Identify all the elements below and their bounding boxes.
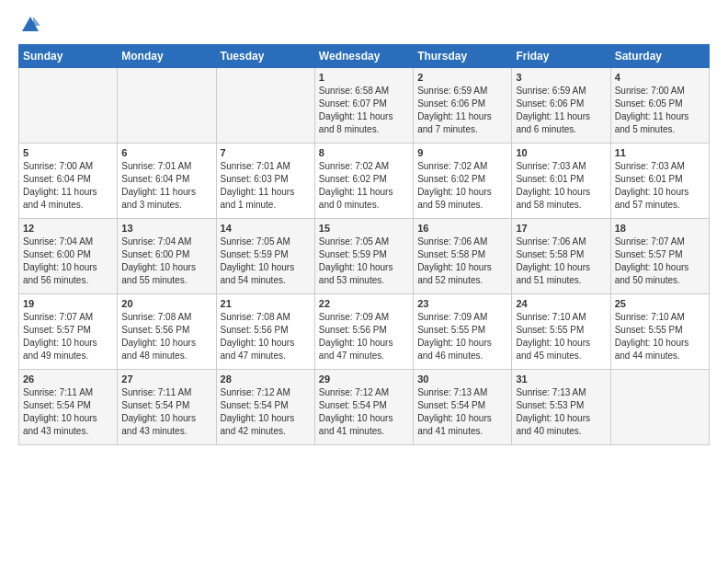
day-number: 27 [121,373,211,385]
day-info: Sunrise: 7:08 AMSunset: 5:56 PMDaylight:… [221,311,311,362]
day-number: 6 [121,147,211,158]
day-info: Sunrise: 7:06 AMSunset: 5:58 PMDaylight:… [417,236,507,287]
day-info: Sunrise: 7:06 AMSunset: 5:58 PMDaylight:… [516,236,606,287]
calendar-cell: 13Sunrise: 7:04 AMSunset: 6:00 PMDayligh… [118,219,216,294]
calendar-cell: 9Sunrise: 7:02 AMSunset: 6:02 PMDaylight… [414,144,512,219]
col-header-friday: Friday [512,45,610,68]
day-info: Sunrise: 7:02 AMSunset: 6:02 PMDaylight:… [319,160,409,212]
day-info: Sunrise: 7:03 AMSunset: 6:01 PMDaylight:… [516,160,606,212]
calendar-cell: 23Sunrise: 7:09 AMSunset: 5:55 PMDayligh… [414,294,512,370]
calendar-cell: 6Sunrise: 7:01 AMSunset: 6:04 PMDaylight… [118,144,216,219]
day-info: Sunrise: 7:01 AMSunset: 6:03 PMDaylight:… [221,160,311,212]
day-number: 20 [121,298,211,309]
calendar-table: SundayMondayTuesdayWednesdayThursdayFrid… [18,44,710,445]
col-header-saturday: Saturday [610,45,709,68]
calendar-cell [118,68,216,144]
calendar-cell: 12Sunrise: 7:04 AMSunset: 6:00 PMDayligh… [19,219,118,294]
col-header-wednesday: Wednesday [314,45,413,68]
calendar-cell [19,68,118,144]
calendar-cell: 15Sunrise: 7:05 AMSunset: 5:59 PMDayligh… [314,219,413,294]
day-number: 1 [319,72,409,83]
day-number: 9 [417,147,507,158]
day-info: Sunrise: 7:00 AMSunset: 6:04 PMDaylight:… [23,160,113,212]
calendar-cell [216,68,314,144]
day-number: 3 [516,72,606,83]
day-number: 23 [417,298,507,309]
calendar-cell: 22Sunrise: 7:09 AMSunset: 5:56 PMDayligh… [314,294,413,370]
day-info: Sunrise: 6:59 AMSunset: 6:06 PMDaylight:… [516,85,606,136]
day-info: Sunrise: 7:07 AMSunset: 5:57 PMDaylight:… [615,236,705,287]
calendar-cell: 28Sunrise: 7:12 AMSunset: 5:54 PMDayligh… [216,370,314,445]
header [18,15,710,35]
day-info: Sunrise: 6:58 AMSunset: 6:07 PMDaylight:… [319,85,409,136]
day-info: Sunrise: 7:12 AMSunset: 5:54 PMDaylight:… [319,386,409,438]
calendar-cell: 7Sunrise: 7:01 AMSunset: 6:03 PMDaylight… [216,144,314,219]
day-number: 2 [417,72,507,83]
calendar-cell: 2Sunrise: 6:59 AMSunset: 6:06 PMDaylight… [414,68,512,144]
week-row-1: 1Sunrise: 6:58 AMSunset: 6:07 PMDaylight… [19,68,710,144]
calendar-cell: 17Sunrise: 7:06 AMSunset: 5:58 PMDayligh… [512,219,610,294]
day-info: Sunrise: 7:13 AMSunset: 5:53 PMDaylight:… [516,386,606,438]
main-container: SundayMondayTuesdayWednesdayThursdayFrid… [0,0,728,454]
day-info: Sunrise: 7:03 AMSunset: 6:01 PMDaylight:… [615,160,705,212]
col-header-monday: Monday [118,45,216,68]
calendar-cell: 21Sunrise: 7:08 AMSunset: 5:56 PMDayligh… [216,294,314,370]
day-number: 15 [319,223,409,234]
day-info: Sunrise: 7:10 AMSunset: 5:55 PMDaylight:… [516,311,606,362]
day-number: 4 [615,72,705,83]
week-row-5: 26Sunrise: 7:11 AMSunset: 5:54 PMDayligh… [19,370,710,445]
day-number: 26 [23,373,113,385]
day-number: 31 [516,373,606,385]
calendar-header-row: SundayMondayTuesdayWednesdayThursdayFrid… [19,45,710,68]
calendar-cell: 8Sunrise: 7:02 AMSunset: 6:02 PMDaylight… [314,144,413,219]
day-number: 10 [516,147,606,158]
day-info: Sunrise: 7:00 AMSunset: 6:05 PMDaylight:… [615,85,705,136]
day-number: 17 [516,223,606,234]
calendar-cell: 4Sunrise: 7:00 AMSunset: 6:05 PMDaylight… [610,68,709,144]
svg-marker-1 [33,17,40,26]
day-number: 5 [23,147,113,158]
calendar-cell [610,370,709,445]
day-info: Sunrise: 7:07 AMSunset: 5:57 PMDaylight:… [23,311,113,362]
calendar-cell: 27Sunrise: 7:11 AMSunset: 5:54 PMDayligh… [118,370,216,445]
day-info: Sunrise: 7:13 AMSunset: 5:54 PMDaylight:… [417,386,507,438]
calendar-cell: 19Sunrise: 7:07 AMSunset: 5:57 PMDayligh… [19,294,118,370]
calendar-cell: 14Sunrise: 7:05 AMSunset: 5:59 PMDayligh… [216,219,314,294]
calendar-cell: 25Sunrise: 7:10 AMSunset: 5:55 PMDayligh… [610,294,709,370]
day-info: Sunrise: 7:10 AMSunset: 5:55 PMDaylight:… [615,311,705,362]
col-header-sunday: Sunday [19,45,118,68]
day-info: Sunrise: 7:09 AMSunset: 5:55 PMDaylight:… [417,311,507,362]
day-info: Sunrise: 6:59 AMSunset: 6:06 PMDaylight:… [417,85,507,136]
calendar-body: 1Sunrise: 6:58 AMSunset: 6:07 PMDaylight… [19,68,710,445]
col-header-thursday: Thursday [414,45,512,68]
day-info: Sunrise: 7:04 AMSunset: 6:00 PMDaylight:… [23,236,113,287]
day-number: 19 [23,298,113,309]
week-row-2: 5Sunrise: 7:00 AMSunset: 6:04 PMDaylight… [19,144,710,219]
day-number: 8 [319,147,409,158]
calendar-cell: 24Sunrise: 7:10 AMSunset: 5:55 PMDayligh… [512,294,610,370]
day-number: 12 [23,223,113,234]
day-number: 30 [417,373,507,385]
calendar-cell: 5Sunrise: 7:00 AMSunset: 6:04 PMDaylight… [19,144,118,219]
day-info: Sunrise: 7:02 AMSunset: 6:02 PMDaylight:… [417,160,507,212]
day-number: 24 [516,298,606,309]
calendar-cell: 29Sunrise: 7:12 AMSunset: 5:54 PMDayligh… [314,370,413,445]
day-info: Sunrise: 7:11 AMSunset: 5:54 PMDaylight:… [23,386,113,438]
day-number: 21 [221,298,311,309]
calendar-cell: 10Sunrise: 7:03 AMSunset: 6:01 PMDayligh… [512,144,610,219]
day-info: Sunrise: 7:11 AMSunset: 5:54 PMDaylight:… [121,386,211,438]
week-row-3: 12Sunrise: 7:04 AMSunset: 6:00 PMDayligh… [19,219,710,294]
day-info: Sunrise: 7:05 AMSunset: 5:59 PMDaylight:… [319,236,409,287]
day-number: 13 [121,223,211,234]
day-info: Sunrise: 7:05 AMSunset: 5:59 PMDaylight:… [221,236,311,287]
day-number: 29 [319,373,409,385]
calendar-cell: 26Sunrise: 7:11 AMSunset: 5:54 PMDayligh… [19,370,118,445]
day-info: Sunrise: 7:08 AMSunset: 5:56 PMDaylight:… [121,311,211,362]
logo [18,15,40,35]
calendar-cell: 31Sunrise: 7:13 AMSunset: 5:53 PMDayligh… [512,370,610,445]
calendar-cell: 3Sunrise: 6:59 AMSunset: 6:06 PMDaylight… [512,68,610,144]
day-info: Sunrise: 7:01 AMSunset: 6:04 PMDaylight:… [121,160,211,212]
day-number: 11 [615,147,705,158]
logo-icon [20,15,40,35]
day-number: 18 [615,223,705,234]
